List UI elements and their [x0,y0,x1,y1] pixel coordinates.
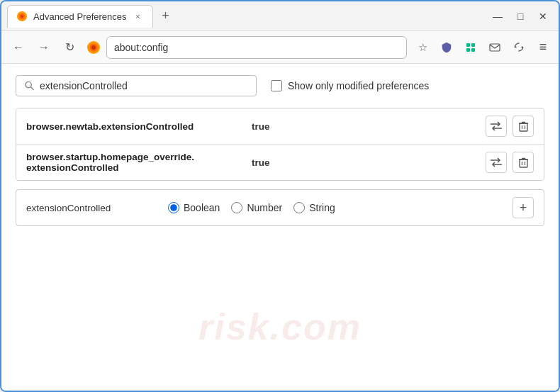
show-modified-row: Show only modified preferences [271,80,429,91]
toolbar-icons: ☆ [413,38,553,57]
svg-rect-8 [466,48,470,52]
url-text: about:config [114,42,168,53]
account-sync-icon[interactable] [509,38,529,57]
minimize-button[interactable]: — [488,6,508,26]
svg-rect-10 [490,44,500,51]
search-row: Show only modified preferences [16,75,544,96]
table-row: browser.newtab.extensionControlled true [16,108,544,145]
bookmark-icon[interactable]: ☆ [413,38,432,57]
radio-number-label: Number [247,202,282,213]
pref-actions-2 [486,152,534,173]
radio-boolean[interactable]: Boolean [168,202,220,213]
search-box[interactable] [16,75,257,96]
maximize-button[interactable]: □ [510,6,530,26]
firefox-logo-icon [86,40,101,55]
tab-favicon [16,11,28,22]
close-button[interactable]: ✕ [533,6,553,26]
type-radio-group: Boolean Number String [168,202,335,213]
pref-name-2-line1: browser.startup.homepage_override. [26,152,246,162]
show-modified-label: Show only modified preferences [288,80,429,91]
table-row: browser.startup.homepage_override. exten… [16,145,544,180]
title-bar: Advanced Preferences × + — □ ✕ [1,1,559,31]
menu-icon[interactable]: ≡ [533,38,553,57]
pref-actions-1 [486,116,534,137]
preferences-table: browser.newtab.extensionControlled true [16,108,544,181]
forward-button[interactable]: → [33,36,55,59]
toggle-icon [491,157,502,167]
toggle-icon [491,121,502,131]
radio-boolean-input[interactable] [168,202,179,213]
add-preference-button[interactable]: + [513,197,534,218]
svg-rect-7 [471,43,475,47]
toggle-button-1[interactable] [486,116,507,137]
svg-rect-9 [471,48,475,52]
search-icon [25,81,34,91]
svg-rect-6 [466,43,470,47]
tab-close-button[interactable]: × [133,11,144,22]
nav-bar: ← → ↻ about:config ☆ [1,31,559,64]
shield-icon[interactable] [437,38,457,57]
back-button[interactable]: ← [7,36,30,59]
radio-number-input[interactable] [231,202,242,213]
pref-value-1: true [246,121,486,132]
mail-icon[interactable] [485,38,505,57]
new-preference-row: extensionControlled Boolean Number Strin… [16,189,544,226]
tab-area: Advanced Preferences × + [7,5,482,28]
svg-rect-22 [520,159,527,167]
svg-rect-15 [520,123,527,131]
delete-icon [519,157,528,168]
pref-name-2-line2: extensionControlled [26,162,246,173]
toggle-button-2[interactable] [486,152,507,173]
pref-name-2: browser.startup.homepage_override. exten… [26,152,246,173]
pref-name-1: browser.newtab.extensionControlled [26,121,246,132]
radio-string[interactable]: String [293,202,335,213]
new-tab-button[interactable]: + [156,6,176,26]
content-area: Show only modified preferences browser.n… [1,64,559,391]
delete-button-2[interactable] [513,152,534,173]
svg-point-5 [91,45,96,50]
radio-string-label: String [309,202,335,213]
svg-point-2 [21,15,23,18]
active-tab[interactable]: Advanced Preferences × [7,5,153,28]
delete-button-1[interactable] [513,116,534,137]
watermark: risk.com [198,306,362,348]
pref-value-2: true [246,157,486,168]
tab-title: Advanced Preferences [33,11,127,22]
address-bar[interactable]: about:config [106,36,407,59]
radio-string-input[interactable] [293,202,305,213]
window-controls: — □ ✕ [488,6,553,26]
extension-icon[interactable] [461,38,481,57]
svg-line-12 [30,87,33,90]
radio-boolean-label: Boolean [184,202,220,213]
show-modified-checkbox[interactable] [271,80,282,91]
reload-button[interactable]: ↻ [58,36,81,59]
new-pref-name: extensionControlled [26,203,154,213]
delete-icon [519,121,528,132]
radio-number[interactable]: Number [231,202,282,213]
search-input[interactable] [40,80,247,91]
browser-window: Advanced Preferences × + — □ ✕ ← → ↻ abo… [0,0,560,392]
